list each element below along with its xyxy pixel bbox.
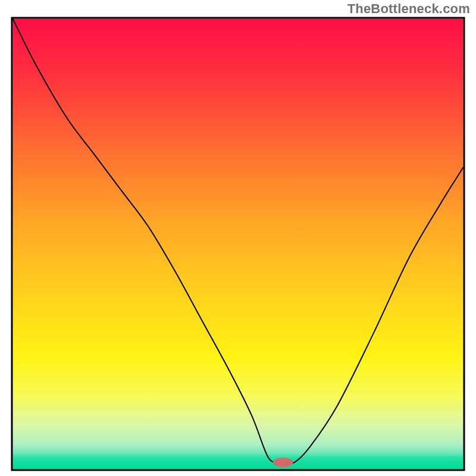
watermark-text: TheBottleneck.com <box>347 1 470 17</box>
plot-background <box>13 19 464 469</box>
optimum-marker <box>273 458 293 467</box>
bottleneck-chart <box>0 0 476 476</box>
chart-container: TheBottleneck.com <box>0 0 476 476</box>
